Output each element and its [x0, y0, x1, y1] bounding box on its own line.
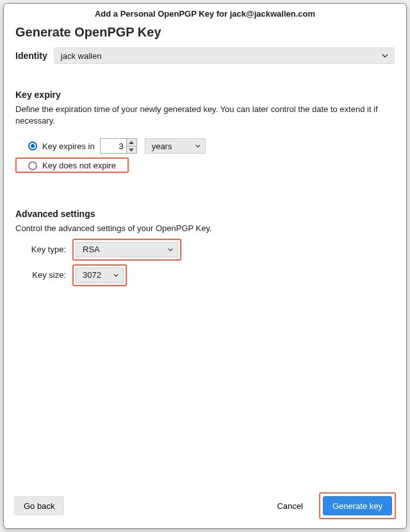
advanced-desc: Control the advanced settings of your Op… — [15, 223, 395, 234]
stepper-down[interactable] — [127, 147, 136, 154]
expiry-value-spinbox[interactable] — [100, 138, 137, 154]
cancel-button[interactable]: Cancel — [267, 496, 312, 515]
chevron-down-icon — [381, 52, 389, 60]
identity-value: jack wallen — [61, 51, 102, 61]
dialog-window: Add a Personal OpenPGP Key for jack@jack… — [3, 3, 407, 529]
key-type-value: RSA — [83, 245, 100, 254]
key-size-select[interactable]: 3072 — [76, 268, 124, 283]
expiry-section: Key expiry Define the expiration time of… — [15, 90, 395, 173]
radio-noexpire-label[interactable]: Key does not expire — [42, 161, 116, 170]
chevron-down-icon — [195, 143, 201, 149]
key-size-label: Key size: — [24, 270, 66, 280]
expiry-desc: Define the expiration time of your newly… — [15, 104, 395, 127]
window-title-text: Add a Personal OpenPGP Key for jack@jack… — [95, 9, 315, 19]
page-title: Generate OpenPGP Key — [15, 25, 395, 40]
chevron-down-icon — [167, 246, 174, 253]
radio-expires[interactable] — [28, 141, 37, 150]
generate-key-button[interactable]: Generate key — [323, 496, 392, 515]
spin-steppers — [126, 139, 136, 153]
stepper-up[interactable] — [127, 139, 136, 147]
radio-noexpire[interactable] — [28, 161, 37, 170]
advanced-section: Advanced settings Control the advanced s… — [15, 209, 395, 286]
generate-highlight: Generate key — [319, 492, 396, 519]
expiry-option-noexpire-row: Key does not expire — [15, 157, 129, 173]
key-size-value: 3072 — [83, 270, 101, 280]
key-type-label: Key type: — [24, 245, 66, 254]
key-type-row: Key type: RSA — [24, 239, 395, 261]
expiry-controls: years — [100, 138, 206, 154]
expiry-units-select[interactable]: years — [145, 138, 206, 154]
go-back-button[interactable]: Go back — [14, 496, 64, 515]
expiry-option-expires-row: Key expires in — [15, 136, 395, 156]
key-size-row: Key size: 3072 — [24, 264, 395, 286]
chevron-down-icon — [113, 272, 119, 278]
dialog-footer: Go back Cancel Generate key — [4, 485, 406, 528]
window-title: Add a Personal OpenPGP Key for jack@jack… — [4, 4, 406, 22]
expiry-title: Key expiry — [15, 90, 395, 100]
identity-select[interactable]: jack wallen — [54, 47, 395, 64]
dialog-content: Generate OpenPGP Key Identity jack walle… — [4, 22, 406, 485]
identity-row: Identity jack wallen — [15, 47, 395, 64]
advanced-title: Advanced settings — [15, 209, 395, 219]
identity-label: Identity — [15, 51, 47, 61]
expiry-units-value: years — [152, 141, 172, 151]
expiry-value-input[interactable] — [101, 139, 126, 153]
key-type-select[interactable]: RSA — [76, 242, 178, 257]
radio-expires-label[interactable]: Key expires in — [42, 141, 95, 151]
